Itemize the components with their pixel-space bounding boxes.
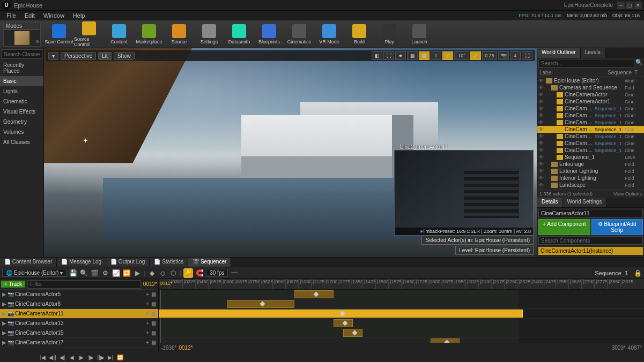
col-label[interactable]: Label <box>539 70 608 76</box>
reverse-icon[interactable]: ◀ <box>68 353 76 361</box>
save-current-button[interactable]: Save Current <box>44 21 74 47</box>
visibility-icon[interactable]: 👁 <box>538 161 545 167</box>
class-lights[interactable]: Lights <box>0 86 43 96</box>
find-icon[interactable]: 🔍 <box>79 269 88 277</box>
track-row[interactable]: ▶📷CineCameraActor11+▦ <box>0 309 158 319</box>
add-component-button[interactable]: + Add Component <box>538 219 590 235</box>
visibility-icon[interactable]: 👁 <box>538 105 545 111</box>
visibility-icon[interactable]: 👁 <box>538 78 545 84</box>
current-frame[interactable]: 0012* <box>143 281 157 287</box>
range-start[interactable]: -1936* <box>161 345 176 351</box>
section-icon[interactable]: ▦ <box>151 291 156 297</box>
save-icon[interactable]: 💾 <box>69 269 77 277</box>
goto-end-icon[interactable]: ▶| <box>106 353 115 361</box>
expand-icon[interactable]: ▶ <box>2 291 8 297</box>
col-sequence[interactable]: Sequence <box>608 70 634 76</box>
tab-output-log[interactable]: 📄 Output Log <box>106 258 150 267</box>
visibility-icon[interactable]: 👁 <box>538 182 545 188</box>
section-icon[interactable]: ▦ <box>151 311 156 316</box>
content-button[interactable]: Content <box>104 21 134 47</box>
range-end1[interactable]: 3003* <box>612 345 626 351</box>
visibility-icon[interactable]: 👁 <box>538 119 545 125</box>
track-row[interactable]: ▶📷CineCameraActor15+▦ <box>0 328 158 338</box>
immersive-icon[interactable]: ⛶ <box>383 51 394 60</box>
outliner-row[interactable]: 👁CineCameraActor17Sequence_1Cine <box>537 147 644 154</box>
outliner-row[interactable]: 👁CineCameraActor5Sequence_1Cine <box>537 112 644 119</box>
blueprint-button[interactable]: ⚙ Blueprint/Add Scrip <box>591 219 643 235</box>
lit-button[interactable]: Lit <box>98 52 112 60</box>
realtime-icon[interactable]: ▦ <box>407 51 418 60</box>
tab-statistics[interactable]: 📄 Statistics <box>150 258 188 267</box>
outliner-row[interactable]: 👁CineCameraActor1Cine <box>537 98 644 105</box>
expand-icon[interactable]: ▶ <box>2 320 8 326</box>
step-fwd-icon[interactable]: ||▶ <box>97 353 105 361</box>
play-icon[interactable]: ▶ <box>77 353 86 361</box>
visibility-icon[interactable]: 👁 <box>538 175 545 181</box>
class-volumes[interactable]: Volumes <box>0 127 43 137</box>
show-button[interactable]: Show <box>114 52 135 60</box>
class-visual-effects[interactable]: Visual Effects <box>0 107 43 117</box>
world-combo[interactable]: 🌐 EpicHouse (Editor) ▾ <box>2 269 66 277</box>
visibility-icon[interactable]: 👁 <box>538 154 545 160</box>
add-key-icon[interactable]: + <box>146 340 149 345</box>
search-components-input[interactable] <box>538 236 643 245</box>
maximize-button[interactable]: ▢ <box>626 2 633 9</box>
outliner-search-input[interactable] <box>538 59 634 67</box>
bookmark-icon[interactable]: ★ <box>395 51 406 60</box>
visibility-icon[interactable]: 👁 <box>538 147 545 153</box>
angle-snap-icon[interactable]: ∠ <box>442 51 453 60</box>
component-instance[interactable]: CineCameraActor11(Instance) <box>538 247 643 255</box>
visibility-icon[interactable]: 👁 <box>538 140 545 146</box>
source-control-button[interactable]: Source Control <box>74 21 104 47</box>
outliner-row[interactable]: 👁CineCameraActorCine <box>537 91 644 98</box>
add-track-button[interactable]: + Track <box>1 281 25 288</box>
scale-value[interactable]: 0.25 <box>482 51 497 60</box>
menu-help[interactable]: Help <box>69 11 90 20</box>
range-end2[interactable]: 4087* <box>628 345 642 351</box>
menu-file[interactable]: File <box>2 11 20 20</box>
outliner-row[interactable]: 👁Sequence_1Leve <box>537 154 644 161</box>
place-mode-icon[interactable] <box>14 31 29 45</box>
visibility-icon[interactable]: 👁 <box>538 85 545 90</box>
expand-icon[interactable]: ▶ <box>2 330 8 336</box>
timeline-row[interactable] <box>159 299 644 309</box>
track-row[interactable]: ▶📷CineCameraActor8+▦ <box>0 299 158 309</box>
outliner-row[interactable]: 👁EntourageFold <box>537 161 644 168</box>
expand-icon[interactable]: ▶ <box>2 311 8 316</box>
viewport-options-button[interactable]: ▾ <box>48 52 58 60</box>
tab-levels[interactable]: Levels <box>581 48 605 58</box>
timeline-row[interactable] <box>159 290 644 299</box>
add-key-icon[interactable]: + <box>146 320 149 326</box>
game-view-icon[interactable]: ◧ <box>372 51 382 60</box>
expand-icon[interactable]: ▶ <box>2 340 8 345</box>
menu-window[interactable]: Window <box>39 11 69 20</box>
tab-content-browser[interactable]: 📄 Content Browser <box>0 258 57 267</box>
visibility-icon[interactable]: 👁 <box>538 133 545 139</box>
col-type[interactable]: T <box>634 70 642 76</box>
grid-snap-icon[interactable]: ▦ <box>419 51 430 60</box>
outliner-row[interactable]: 👁CineCameraActor3Sequence_1Cine <box>537 105 644 112</box>
build-button[interactable]: Build <box>344 21 374 47</box>
vr-mode-button[interactable]: VR Mode <box>314 21 344 47</box>
visibility-icon[interactable]: 👁 <box>538 168 545 174</box>
loop-icon[interactable]: 🔁 <box>116 353 124 361</box>
track-filter-input[interactable] <box>27 280 141 289</box>
outliner-row[interactable]: 👁CineCameraActor11Sequence_1Cine <box>537 126 644 133</box>
maximize-viewport-icon[interactable]: ⛶ <box>522 51 532 60</box>
tab-world-outliner[interactable]: World Outliner <box>537 48 581 58</box>
camera-speed-value[interactable]: 4 <box>510 51 521 60</box>
next-key-icon[interactable]: |▶ <box>87 353 95 361</box>
class-basic[interactable]: Basic <box>0 76 43 86</box>
tab-message-log[interactable]: 📄 Message Log <box>57 258 106 267</box>
visibility-icon[interactable]: 👁 <box>538 92 545 97</box>
outliner-row[interactable]: 👁EpicHouse (Editor)Worl <box>537 77 644 84</box>
actor-name-field[interactable]: CineCameraActor11 <box>538 209 643 218</box>
goto-start-icon[interactable]: |◀ <box>39 353 47 361</box>
auto-key-icon[interactable]: ◇ <box>158 269 167 277</box>
section-icon[interactable]: ▦ <box>151 340 156 345</box>
modes-tab[interactable]: Modes <box>4 22 40 30</box>
marketplace-button[interactable]: Marketplace <box>134 21 164 47</box>
fps-combo[interactable]: 30 fps <box>206 269 228 277</box>
angle-value[interactable]: 10° <box>454 51 469 60</box>
key-all-icon[interactable]: ◆ <box>147 269 156 277</box>
